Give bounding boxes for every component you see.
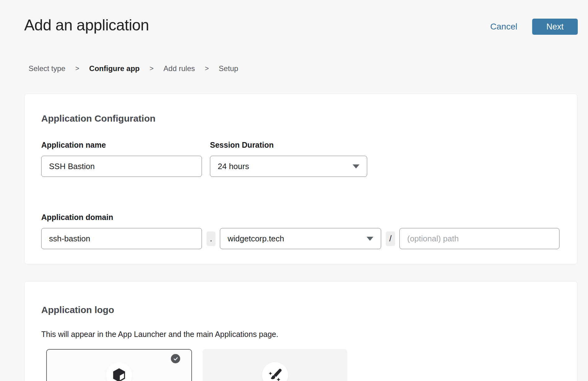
- application-domain-label: Application domain: [41, 213, 113, 222]
- application-configuration-card: Application Configuration Application na…: [24, 94, 577, 264]
- config-card-heading: Application Configuration: [41, 113, 155, 124]
- session-duration-value: 24 hours: [218, 162, 249, 171]
- paintbrush-icon: [268, 368, 283, 381]
- logo-icon-circle: [106, 362, 132, 381]
- breadcrumb: Select type > Configure app > Add rules …: [29, 64, 238, 73]
- chevron-down-icon: [353, 164, 359, 168]
- chevron-down-icon: [367, 237, 373, 241]
- add-application-page: Add an application Cancel Next Select ty…: [0, 0, 588, 381]
- slash-separator: /: [386, 231, 395, 246]
- next-button[interactable]: Next: [532, 19, 578, 35]
- domain-select-value: widgetcorp.tech: [228, 234, 284, 244]
- breadcrumb-separator: >: [149, 65, 154, 73]
- dot-separator: .: [207, 231, 216, 246]
- breadcrumb-separator: >: [205, 65, 209, 73]
- application-name-label: Application name: [41, 141, 106, 150]
- session-duration-select[interactable]: 24 hours: [210, 156, 367, 177]
- application-logo-card: Application logo This will appear in the…: [24, 281, 577, 381]
- path-input[interactable]: [399, 228, 559, 249]
- page-title: Add an application: [24, 16, 149, 34]
- logo-card-description: This will appear in the App Launcher and…: [41, 330, 278, 339]
- session-duration-label: Session Duration: [210, 141, 274, 150]
- logo-option-custom[interactable]: [203, 349, 347, 381]
- logo-card-heading: Application logo: [41, 305, 114, 315]
- domain-select[interactable]: widgetcorp.tech: [220, 228, 381, 249]
- logo-icon-circle: [262, 362, 288, 381]
- application-name-input[interactable]: [41, 156, 202, 177]
- step-setup[interactable]: Setup: [219, 64, 238, 73]
- subdomain-input[interactable]: [41, 228, 202, 249]
- selected-check-icon: [171, 354, 180, 363]
- step-select-type[interactable]: Select type: [29, 64, 65, 73]
- cube-icon: [112, 368, 126, 381]
- step-add-rules[interactable]: Add rules: [163, 64, 195, 73]
- logo-option-default[interactable]: [46, 349, 192, 381]
- step-configure-app[interactable]: Configure app: [89, 64, 140, 73]
- header-actions: Cancel Next: [490, 19, 578, 35]
- cancel-button[interactable]: Cancel: [490, 22, 517, 32]
- breadcrumb-separator: >: [75, 65, 79, 73]
